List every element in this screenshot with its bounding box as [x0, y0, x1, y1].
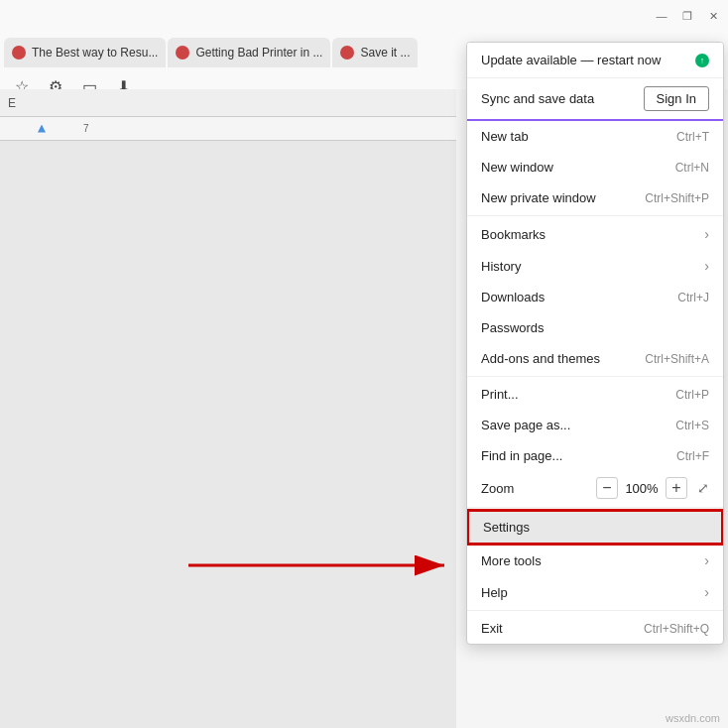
menu-item-exit[interactable]: Exit Ctrl+Shift+Q [467, 613, 723, 644]
separator-1 [467, 215, 723, 216]
menu-item-label-exit: Exit [481, 621, 644, 636]
ruler-marker [38, 125, 46, 133]
menu-item-label-more-tools: More tools [481, 553, 704, 568]
menu-item-label-settings: Settings [483, 520, 707, 535]
zoom-row: Zoom − 100% + ⤢ [467, 471, 723, 505]
menu-item-label-downloads: Downloads [481, 290, 677, 304]
tab-3[interactable]: Save it ... [332, 38, 418, 67]
sync-text: Sync and save data [481, 91, 594, 106]
menu-item-history[interactable]: History › [467, 250, 723, 282]
zoom-value: 100% [624, 481, 660, 496]
doc-toolbar-label: E [8, 96, 16, 110]
menu-item-label-passwords: Passwords [481, 320, 709, 335]
separator-4 [467, 610, 723, 611]
menu-item-shortcut-addons: Ctrl+Shift+A [645, 352, 709, 366]
menu-item-help[interactable]: Help › [467, 576, 723, 608]
tab-close-1[interactable] [12, 46, 26, 60]
menu-item-label-new-window: New window [481, 160, 675, 175]
title-bar: — ❐ ✕ [0, 0, 728, 32]
menu-item-shortcut-new-tab: Ctrl+T [676, 130, 709, 144]
menu-item-label-find-in-page: Find in page... [481, 448, 676, 463]
menu-item-new-window[interactable]: New window Ctrl+N [467, 152, 723, 182]
zoom-expand-icon[interactable]: ⤢ [697, 480, 709, 496]
document-area: E 7 [0, 89, 456, 728]
tab-1[interactable]: The Best way to Resu... [4, 38, 166, 67]
separator-2 [467, 376, 723, 377]
zoom-controls: − 100% + ⤢ [596, 477, 709, 499]
menu-item-shortcut-print: Ctrl+P [675, 388, 709, 402]
zoom-label: Zoom [481, 481, 596, 496]
menu-item-label-history: History [481, 259, 704, 274]
menu-item-print[interactable]: Print... Ctrl+P [467, 379, 723, 410]
menu-item-shortcut-new-window: Ctrl+N [675, 161, 709, 175]
menu-item-arrow-bookmarks: › [704, 226, 709, 242]
close-button[interactable]: ✕ [706, 9, 720, 23]
menu-item-label-help: Help [481, 585, 704, 600]
menu-item-shortcut-find-in-page: Ctrl+F [676, 449, 709, 463]
menu-item-downloads[interactable]: Downloads Ctrl+J [467, 282, 723, 312]
tab-2[interactable]: Getting Bad Printer in ... [168, 38, 330, 67]
menu-item-new-tab[interactable]: New tab Ctrl+T [467, 121, 723, 152]
menu-item-arrow-history: › [704, 258, 709, 274]
tab-label-2: Getting Bad Printer in ... [195, 46, 322, 60]
menu-item-settings[interactable]: Settings [467, 510, 723, 545]
menu-item-find-in-page[interactable]: Find in page... Ctrl+F [467, 440, 723, 471]
menu-item-passwords[interactable]: Passwords [467, 312, 723, 343]
dropdown-menu: Update available — restart now ↑ Sync an… [466, 42, 724, 645]
sync-bar: Sync and save data Sign In [467, 78, 723, 121]
menu-item-label-bookmarks: Bookmarks [481, 227, 704, 242]
tab-label-3: Save it ... [360, 46, 410, 60]
menu-item-bookmarks[interactable]: Bookmarks › [467, 218, 723, 250]
doc-toolbar: E [0, 89, 456, 117]
update-bar[interactable]: Update available — restart now ↑ [467, 43, 723, 78]
menu-item-new-private-window[interactable]: New private window Ctrl+Shift+P [467, 182, 723, 213]
update-dot: ↑ [695, 54, 709, 67]
minimize-button[interactable]: — [655, 9, 668, 23]
ruler-value: 7 [83, 123, 89, 134]
menu-item-shortcut-save-page: Ctrl+S [675, 419, 709, 432]
menu-item-label-save-page: Save page as... [481, 418, 675, 432]
watermark: wsxdn.com [666, 712, 720, 724]
menu-item-arrow-more-tools: › [704, 552, 709, 568]
restore-button[interactable]: ❐ [680, 9, 694, 23]
menu-item-label-new-tab: New tab [481, 129, 676, 144]
tab-close-3[interactable] [340, 46, 354, 60]
doc-ruler: 7 [0, 117, 456, 141]
zoom-plus-button[interactable]: + [666, 477, 687, 499]
tab-close-2[interactable] [176, 46, 189, 60]
menu-item-addons[interactable]: Add-ons and themes Ctrl+Shift+A [467, 343, 723, 374]
menu-item-shortcut-exit: Ctrl+Shift+Q [644, 622, 709, 636]
menu-item-more-tools[interactable]: More tools › [467, 545, 723, 576]
menu-item-save-page[interactable]: Save page as... Ctrl+S [467, 410, 723, 440]
update-text: Update available — restart now [481, 53, 687, 67]
menu-item-label-print: Print... [481, 387, 675, 402]
menu-item-arrow-help: › [704, 584, 709, 600]
separator-3 [467, 507, 723, 508]
zoom-minus-button[interactable]: − [596, 477, 618, 499]
tab-label-1: The Best way to Resu... [32, 46, 158, 60]
menu-item-label-addons: Add-ons and themes [481, 351, 645, 366]
sign-in-button[interactable]: Sign In [644, 86, 709, 111]
menu-item-label-new-private-window: New private window [481, 190, 645, 205]
menu-item-shortcut-downloads: Ctrl+J [677, 291, 709, 304]
menu-item-shortcut-new-private-window: Ctrl+Shift+P [645, 191, 709, 205]
